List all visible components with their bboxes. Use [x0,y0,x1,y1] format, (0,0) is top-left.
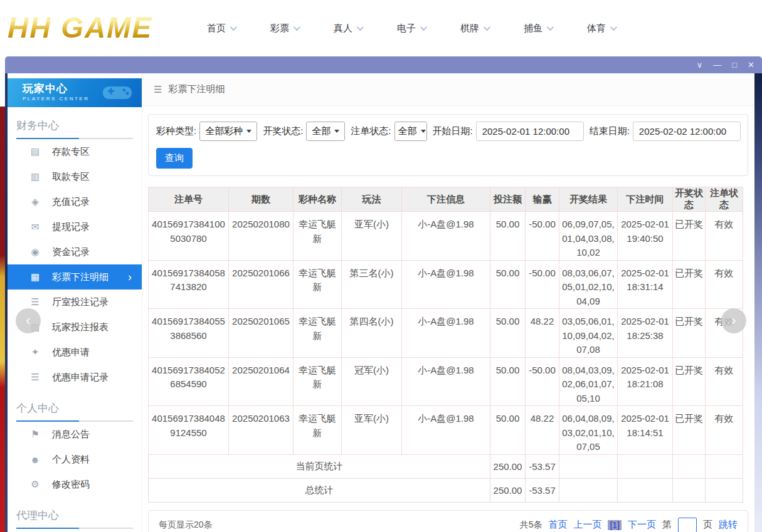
sidebar-item-change-password[interactable]: ⚙修改密码 [8,472,142,497]
sidebar-item-funds-records[interactable]: ◉资金记录 [8,239,142,264]
start-date-input[interactable] [476,122,584,141]
cell: 幸运飞艇新 [294,212,342,261]
table-header-row: 注单号期数彩种名称玩法下注信息投注额输赢开奖结果下注时间开奖状态注单状态 [149,187,743,212]
pagination-bar: 每页显示20条 共5条 首页 上一页 [1] 下一页 第 页 跳转 [148,510,748,532]
sidebar: 玩家中心 PLAYERS CENTER 财务中心▤存款专区▥取款专区◈充值记录✉… [8,73,142,532]
filter-row: 彩种类型: 全部彩种 开奖状态: 全部 注单状态: 全部 [156,122,740,141]
nav-item[interactable]: 彩票 [270,23,299,34]
cell: 第三名(小) [342,260,402,309]
maximize-icon[interactable]: □ [732,61,737,69]
sidebar-item-deposit-zone[interactable]: ▤存款专区 [8,139,142,164]
current-page-badge: [1] [608,520,622,530]
nav-item-label: 捕鱼 [524,23,542,34]
table-row: 40156917384058741382020250201066幸运飞艇新第三名… [149,260,743,309]
nav-item[interactable]: 体育 [587,23,615,34]
select-arrow-icon [246,130,251,133]
bet-table: 注单号期数彩种名称玩法下注信息投注额输赢开奖结果下注时间开奖状态注单状态 401… [148,187,743,503]
start-date-label: 开始日期: [433,125,473,137]
cell: 幸运飞艇新 [294,406,342,455]
column-header: 开奖状态 [673,187,706,212]
nav-item-label: 真人 [334,23,352,34]
sidebar-item-profile[interactable]: ☻个人资料 [8,447,142,472]
summary-row: 总统计250.00-53.57 [149,478,743,502]
draw-status-select[interactable]: 全部 [306,122,345,141]
sidebar-item-promo-apply[interactable]: ✦优惠申请 [8,340,142,365]
nav-item-label: 首页 [207,23,226,34]
breadcrumb: ☰ 彩票下注明细 [142,73,754,106]
cell: 2025-02-01 18:14:51 [618,406,673,455]
lottery-list-icon: ▦ [29,271,41,283]
prev-page-link[interactable]: 上一页 [573,519,601,531]
dropdown-icon[interactable]: ∨ [697,61,703,69]
cell: -50.00 [526,260,559,309]
pagination-controls: 共5条 首页 上一页 [1] 下一页 第 页 跳转 [520,518,738,532]
total-count: 共5条 [520,519,542,531]
sidebar-item-withdraw-zone[interactable]: ▥取款专区 [8,164,142,189]
query-button[interactable]: 查询 [156,148,193,169]
cell: 已开奖 [673,212,706,261]
sidebar-item-announcements[interactable]: ⚑消息公告 [8,422,142,447]
nav-item[interactable]: 电子 [397,23,425,34]
window-body: 玩家中心 PLAYERS CENTER 财务中心▤存款专区▥取款专区◈充值记录✉… [5,73,762,532]
page-size-text: 每页显示20条 [159,519,213,531]
lottery-type-value: 全部彩种 [205,125,243,137]
nav-item[interactable]: 棋牌 [460,23,489,34]
minimize-icon[interactable]: — [713,61,721,69]
order-status-label: 注单状态: [351,125,391,137]
first-page-link[interactable]: 首页 [548,519,567,531]
hall-list-icon: ☰ [29,296,41,308]
summary-label: 总统计 [149,478,490,502]
nav-item[interactable]: 捕鱼 [524,23,552,34]
lottery-type-select[interactable]: 全部彩种 [199,122,257,141]
jump-button[interactable]: 跳转 [719,519,738,531]
cell: 401569173840489124550 [149,406,229,455]
chevron-down-icon [230,24,237,31]
cell: 冠军(小) [342,357,402,406]
table-row: 40156917384052685459020250201064幸运飞艇新冠军(… [149,357,743,406]
nav-item[interactable]: 首页 [207,23,235,34]
page-jump-input[interactable] [678,518,697,532]
cell: 2025-02-01 18:21:08 [618,357,673,406]
cell: 08,03,06,07,05,01,02,10,04,09 [559,260,618,309]
sidebar-item-label: 存款专区 [52,146,90,158]
column-header: 玩法 [342,187,402,212]
sidebar-item-lottery-bet-details[interactable]: ▦彩票下注明细› [8,264,142,289]
next-page-link[interactable]: 下一页 [628,519,656,531]
cell: 03,05,06,01,10,09,04,02,07,08 [559,309,618,358]
lottery-type-label: 彩种类型: [156,125,196,137]
cell: 48.22 [526,309,559,358]
cell: 50.00 [490,212,526,261]
background-strip [0,107,5,532]
column-header: 注单号 [149,187,229,212]
sidebar-item-promo-apply-records[interactable]: ☰优惠申请记录 [8,365,142,390]
menu-icon[interactable]: ☰ [154,84,162,95]
deposit-card-icon: ▤ [29,146,41,157]
sidebar-collapse-button[interactable]: ‹ [16,308,41,333]
order-status-select[interactable]: 全部 [394,122,427,141]
sidebar-item-label: 充值记录 [52,196,90,208]
main-nav: 首页彩票真人电子棋牌捕鱼体育 [207,0,615,56]
nav-item[interactable]: 真人 [334,23,362,34]
cell: 20250201063 [229,406,294,455]
table-row: 40156917384055386856020250201065幸运飞艇新第四名… [149,309,743,358]
summary-empty-cell [618,454,673,478]
app-window: ∨—□✕ 玩家中心 PLAYERS CENTER [5,56,762,532]
window-titlebar: ∨—□✕ [5,56,762,73]
logo: HH GAME [8,6,152,49]
sidebar-item-recharge-records[interactable]: ◈充值记录 [8,189,142,214]
close-icon[interactable]: ✕ [748,61,754,69]
table-body: 40156917384100503078020250201080幸运飞艇新亚军(… [149,212,743,503]
window-content: 玩家中心 PLAYERS CENTER 财务中心▤存款专区▥取款专区◈充值记录✉… [8,73,754,532]
sidebar-item-label: 消息公告 [52,429,90,441]
table-row: 40156917384100503078020250201080幸运飞艇新亚军(… [149,212,743,261]
cell: 亚军(小) [342,406,402,455]
chevron-right-icon: › [128,271,132,283]
end-date-input[interactable] [633,122,741,141]
cell: 401569173840553868560 [149,309,229,358]
nav-item-label: 电子 [397,23,416,34]
sidebar-item-label: 优惠申请记录 [52,372,108,383]
summary-winloss-total: -53.57 [526,478,559,502]
cell: 20250201080 [229,212,294,261]
sidebar-item-withdrawal-records[interactable]: ✉提现记录 [8,214,142,239]
panel-expand-button[interactable]: › [721,308,746,333]
